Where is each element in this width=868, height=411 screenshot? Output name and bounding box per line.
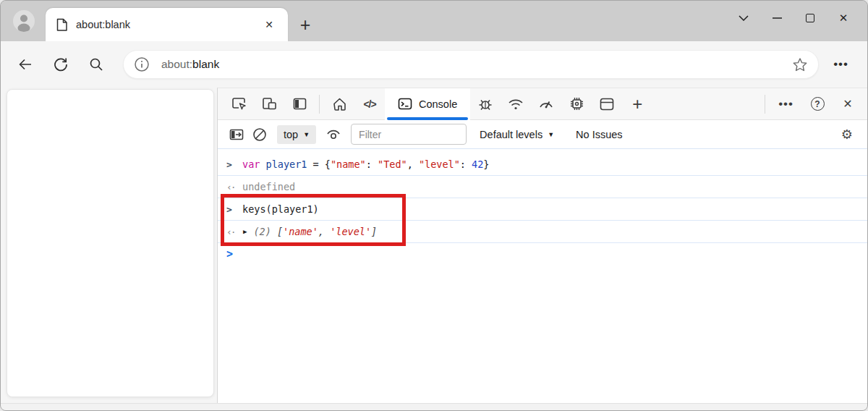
- code-token: keys(player1): [242, 203, 319, 215]
- console-row: >var player1 = {"name": "Ted", "level": …: [218, 153, 867, 176]
- return-value-arrow-icon: ‹·: [226, 226, 242, 237]
- site-info-icon[interactable]: [134, 56, 150, 72]
- code-token: ,: [318, 226, 330, 237]
- tab-network[interactable]: [501, 88, 531, 120]
- back-button[interactable]: [12, 51, 38, 77]
- toolbar-divider: [765, 95, 765, 114]
- code-token: }: [483, 158, 489, 170]
- devtools-toolbar-right: ••• ? ✕: [760, 88, 867, 120]
- settings-menu-button[interactable]: •••: [826, 57, 856, 72]
- context-label: top: [284, 129, 298, 140]
- tab-close-button[interactable]: ✕: [260, 17, 278, 33]
- help-button[interactable]: ?: [802, 88, 833, 120]
- device-emulation-button[interactable]: [254, 88, 284, 120]
- help-icon: ?: [811, 97, 825, 111]
- code-token: 'name': [283, 226, 318, 237]
- console-row: ‹·undefined: [218, 176, 867, 198]
- chip-icon: [569, 96, 584, 111]
- page-content: [7, 89, 214, 397]
- url-scheme: about:: [161, 58, 192, 70]
- console-sidebar-toggle-button[interactable]: [225, 123, 248, 146]
- code-token: = {: [307, 158, 331, 170]
- url-host: blank: [192, 58, 219, 70]
- tab-strip: about:blank ✕ + ✕: [1, 1, 867, 41]
- window-close-button[interactable]: ✕: [827, 5, 860, 31]
- tab-memory[interactable]: [561, 88, 592, 120]
- more-tools-button[interactable]: +: [622, 88, 652, 120]
- close-devtools-button[interactable]: ✕: [833, 88, 863, 120]
- page-favicon-icon: [56, 18, 68, 32]
- devtools-panel: </> Console: [217, 88, 867, 403]
- code-token: ]: [371, 226, 377, 237]
- clear-console-button[interactable]: [248, 123, 271, 146]
- tab-console[interactable]: Console: [385, 88, 470, 120]
- inspect-element-button[interactable]: [224, 88, 254, 120]
- tab-application[interactable]: [592, 88, 622, 120]
- prompt-chevron-icon[interactable]: >: [226, 247, 242, 260]
- console-settings-button[interactable]: ⚙: [841, 127, 860, 143]
- console-row: ‹·▶(2) ['name', 'level']: [218, 221, 867, 243]
- code-token: ,: [407, 158, 419, 170]
- code-token: :: [366, 158, 378, 170]
- new-tab-button[interactable]: +: [294, 14, 316, 35]
- issues-counter[interactable]: No Issues: [576, 129, 622, 140]
- inspect-cursor-icon: [231, 97, 247, 111]
- console-toolbar: top ▼ Default levels ▼ No Issues ⚙: [218, 120, 867, 149]
- return-value-arrow-icon: ‹·: [226, 182, 242, 192]
- chevron-down-icon: ▼: [303, 131, 310, 138]
- code-token: "name": [331, 158, 366, 170]
- eye-icon: [326, 128, 341, 140]
- person-icon: [13, 10, 35, 32]
- tab-title: about:blank: [76, 19, 260, 30]
- refresh-button[interactable]: [48, 51, 74, 77]
- toolbar-divider: [319, 95, 320, 114]
- console-row: >: [218, 243, 867, 265]
- active-tab-underline: [387, 117, 468, 120]
- back-arrow-icon: [18, 58, 33, 71]
- minimize-button[interactable]: [760, 5, 793, 31]
- code-token: player1: [266, 158, 307, 170]
- console-output[interactable]: >var player1 = {"name": "Ted", "level": …: [218, 149, 867, 403]
- tab-actions-menu-button[interactable]: [727, 5, 760, 31]
- search-icon: [89, 57, 103, 72]
- close-icon: ✕: [843, 97, 852, 111]
- log-levels-dropdown[interactable]: Default levels ▼: [480, 129, 554, 140]
- devtools-toolbar: </> Console: [218, 88, 867, 120]
- javascript-context-dropdown[interactable]: top ▼: [277, 125, 316, 144]
- maximize-icon: [806, 14, 814, 22]
- live-expression-button[interactable]: [322, 123, 345, 146]
- tab-elements[interactable]: </>: [354, 88, 385, 120]
- code-token: [: [277, 226, 283, 237]
- minimize-icon: [773, 17, 782, 19]
- console-rows: >var player1 = {"name": "Ted", "level": …: [218, 153, 867, 265]
- refresh-icon: [54, 57, 68, 72]
- search-button[interactable]: [83, 51, 109, 77]
- filter-input[interactable]: [351, 124, 467, 145]
- dock-side-button[interactable]: [284, 88, 315, 120]
- address-bar[interactable]: about:blank: [123, 50, 819, 79]
- tab-sources[interactable]: [470, 88, 501, 120]
- maximize-button[interactable]: [793, 5, 827, 31]
- chevron-down-icon: ▼: [548, 131, 554, 138]
- bug-icon: [477, 97, 493, 111]
- console-icon: [398, 98, 412, 110]
- browser-window: about:blank ✕ + ✕: [0, 0, 868, 411]
- application-icon: [600, 98, 614, 111]
- profile-avatar[interactable]: [13, 10, 35, 32]
- clear-icon: [252, 127, 267, 142]
- command-chevron-icon: >: [226, 159, 242, 170]
- console-row: >keys(player1): [218, 198, 867, 221]
- star-icon: [792, 57, 808, 72]
- code-token: (2): [253, 226, 277, 237]
- code-token: undefined: [242, 181, 295, 192]
- favorites-button[interactable]: [792, 57, 808, 72]
- speedometer-icon: [538, 97, 554, 111]
- browser-tab[interactable]: about:blank ✕: [46, 8, 288, 41]
- tab-performance[interactable]: [531, 88, 561, 120]
- window-controls: ✕: [727, 5, 860, 31]
- chevron-down-icon: [739, 15, 749, 21]
- customize-devtools-button[interactable]: •••: [770, 88, 802, 120]
- url-text[interactable]: about:blank: [161, 58, 219, 71]
- expand-triangle-icon[interactable]: ▶: [243, 228, 247, 235]
- tab-welcome[interactable]: [324, 88, 354, 120]
